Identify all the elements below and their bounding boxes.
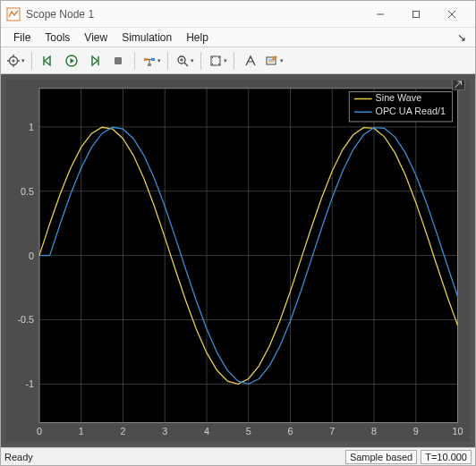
svg-line-21 xyxy=(184,63,188,66)
window-title: Scope Node 1 xyxy=(26,8,94,21)
properties-button[interactable]: ▾ xyxy=(263,50,285,72)
svg-text:4: 4 xyxy=(204,426,209,436)
zoom-button[interactable]: ▾ xyxy=(174,50,195,72)
menu-file[interactable]: File xyxy=(6,30,38,46)
svg-rect-14 xyxy=(115,57,122,64)
autoscale-button[interactable]: ▾ xyxy=(207,50,228,72)
toolbar: ▾ ▾ ▾ ▾ ▾ xyxy=(1,47,475,74)
svg-text:8: 8 xyxy=(371,426,377,436)
menu-bar: File Tools View Simulation Help ↘ xyxy=(1,28,475,47)
svg-text:2: 2 xyxy=(120,426,125,436)
plot-area[interactable]: 012345678910-1-0.500.51Sine WaveOPC UA R… xyxy=(1,74,475,447)
svg-text:0: 0 xyxy=(37,426,42,436)
svg-text:1: 1 xyxy=(79,426,84,436)
stop-button[interactable] xyxy=(107,50,129,72)
svg-text:9: 9 xyxy=(413,426,419,436)
menu-overflow-icon[interactable]: ↘ xyxy=(454,31,470,44)
run-button[interactable] xyxy=(61,50,82,72)
maximize-button[interactable] xyxy=(398,2,434,27)
svg-text:-0.5: -0.5 xyxy=(18,314,35,325)
svg-text:5: 5 xyxy=(246,426,251,436)
svg-text:0: 0 xyxy=(29,250,34,261)
svg-text:Sine Wave: Sine Wave xyxy=(376,92,422,103)
close-button[interactable] xyxy=(434,2,470,27)
app-icon xyxy=(6,7,21,21)
menu-view[interactable]: View xyxy=(77,30,115,46)
svg-rect-2 xyxy=(413,11,420,17)
title-bar: Scope Node 1 xyxy=(1,1,475,28)
svg-text:0.5: 0.5 xyxy=(21,186,34,197)
status-sample-mode: Sample based xyxy=(345,450,417,464)
status-time: T=10.000 xyxy=(421,450,472,464)
svg-text:OPC UA Read/1: OPC UA Read/1 xyxy=(376,106,446,116)
svg-text:6: 6 xyxy=(288,426,293,436)
minimize-button[interactable] xyxy=(362,2,398,27)
svg-text:1: 1 xyxy=(29,122,34,132)
svg-rect-16 xyxy=(151,58,155,61)
signal-selector-button[interactable]: ▾ xyxy=(140,50,162,72)
svg-text:7: 7 xyxy=(329,426,335,436)
svg-text:3: 3 xyxy=(162,426,167,436)
menu-tools[interactable]: Tools xyxy=(38,30,77,46)
menu-help[interactable]: Help xyxy=(179,30,216,46)
svg-rect-15 xyxy=(144,58,148,61)
menu-simulation[interactable]: Simulation xyxy=(115,30,179,46)
svg-text:10: 10 xyxy=(453,426,463,436)
step-forward-button[interactable] xyxy=(84,50,106,72)
svg-text:-1: -1 xyxy=(26,378,35,389)
settings-button[interactable]: ▾ xyxy=(4,50,26,72)
status-ready: Ready xyxy=(4,452,33,462)
cursor-measure-button[interactable] xyxy=(240,50,261,72)
status-bar: Ready Sample based T=10.000 xyxy=(1,447,475,465)
svg-point-6 xyxy=(12,59,14,62)
scope-chart: 012345678910-1-0.500.51Sine WaveOPC UA R… xyxy=(6,80,470,442)
svg-rect-19 xyxy=(148,64,151,66)
step-back-button[interactable] xyxy=(38,50,59,72)
